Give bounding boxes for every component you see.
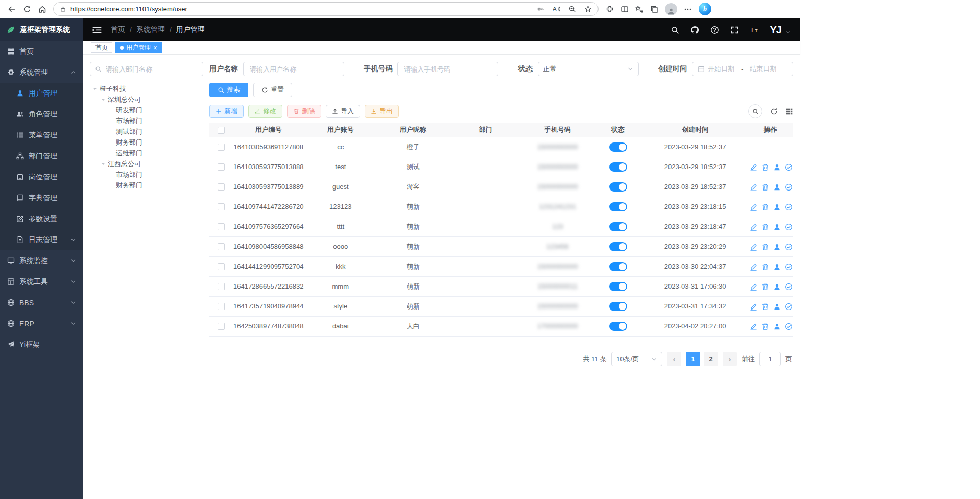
sidebar-item-param-settings[interactable]: 参数设置	[0, 208, 83, 229]
tag-home[interactable]: 首页	[91, 42, 112, 53]
browser-refresh-button[interactable]	[19, 2, 35, 17]
reset-password-icon[interactable]	[773, 303, 781, 311]
tree-node[interactable]: 江西总公司	[90, 158, 203, 169]
status-toggle[interactable]	[609, 302, 627, 311]
department-search-input[interactable]	[105, 65, 198, 74]
tag-close-icon[interactable]: ×	[153, 44, 157, 51]
sidebar-item-role-management[interactable]: 角色管理	[0, 104, 83, 125]
delete-row-icon[interactable]	[761, 303, 769, 311]
caret-expanded-icon[interactable]	[100, 161, 106, 167]
reset-button[interactable]: 重置	[253, 83, 292, 97]
copilot-icon[interactable]: b	[699, 3, 711, 15]
row-checkbox[interactable]	[218, 144, 225, 151]
status-toggle[interactable]	[609, 282, 627, 291]
delete-row-icon[interactable]	[761, 223, 769, 231]
delete-row-icon[interactable]	[761, 183, 769, 191]
breadcrumb-item[interactable]: 系统管理	[136, 25, 165, 34]
edit-row-icon[interactable]	[750, 323, 757, 330]
reset-password-icon[interactable]	[773, 163, 781, 171]
help-icon[interactable]	[710, 26, 719, 34]
delete-row-icon[interactable]	[761, 263, 769, 271]
show-search-button[interactable]	[748, 104, 762, 118]
tree-node[interactable]: 橙子科技	[90, 83, 203, 94]
column-settings-icon[interactable]	[785, 108, 793, 115]
status-toggle[interactable]	[609, 222, 627, 231]
reset-password-icon[interactable]	[773, 203, 781, 211]
assign-role-icon[interactable]	[785, 183, 793, 191]
sidebar-item-system-tools[interactable]: 系统工具	[0, 271, 83, 292]
row-checkbox[interactable]	[218, 303, 225, 310]
assign-role-icon[interactable]	[785, 243, 793, 251]
reset-password-icon[interactable]	[773, 243, 781, 251]
user-menu-caret-icon[interactable]	[785, 30, 791, 35]
header-checkbox[interactable]	[218, 127, 225, 134]
assign-role-icon[interactable]	[785, 323, 793, 330]
collections-icon[interactable]	[650, 5, 658, 13]
caret-expanded-icon[interactable]	[100, 97, 106, 103]
sidebar-item-dict-management[interactable]: 字典管理	[0, 187, 83, 208]
assign-role-icon[interactable]	[785, 203, 793, 211]
profile-avatar[interactable]	[665, 3, 677, 15]
status-toggle[interactable]	[609, 322, 627, 331]
page-button-2[interactable]: 2	[704, 352, 718, 366]
export-button[interactable]: 导出	[365, 105, 399, 118]
tree-node[interactable]: 市场部门	[90, 169, 203, 180]
delete-button[interactable]: 删除	[287, 105, 321, 118]
next-page-button[interactable]: ›	[723, 352, 737, 366]
status-toggle[interactable]	[609, 262, 627, 271]
row-checkbox[interactable]	[218, 283, 225, 290]
sidebar-item-menu-management[interactable]: 菜单管理	[0, 125, 83, 146]
prev-page-button[interactable]: ‹	[667, 352, 681, 366]
status-toggle[interactable]	[609, 202, 627, 211]
sidebar-item-system-monitor[interactable]: 系统监控	[0, 250, 83, 271]
sidebar-item-dept-management[interactable]: 部门管理	[0, 146, 83, 167]
breadcrumb-item[interactable]: 首页	[111, 25, 125, 34]
sidebar-item-log-management[interactable]: 日志管理	[0, 229, 83, 250]
collapse-sidebar-icon[interactable]	[92, 26, 102, 34]
row-checkbox[interactable]	[218, 163, 225, 171]
split-screen-icon[interactable]	[620, 5, 629, 13]
edit-row-icon[interactable]	[750, 303, 757, 311]
reset-password-icon[interactable]	[773, 283, 781, 291]
edit-row-icon[interactable]	[750, 163, 757, 171]
tag-user-management[interactable]: 用户管理×	[115, 42, 162, 53]
page-size-select[interactable]: 10条/页	[611, 352, 662, 366]
status-toggle[interactable]	[609, 162, 627, 172]
breadcrumb-item[interactable]: 用户管理	[176, 25, 205, 34]
tree-node[interactable]: 财务部门	[90, 137, 203, 148]
user-logo[interactable]: YJ	[770, 24, 781, 36]
page-button-1[interactable]: 1	[686, 352, 700, 366]
reset-password-icon[interactable]	[773, 263, 781, 271]
github-icon[interactable]	[690, 26, 699, 34]
delete-row-icon[interactable]	[761, 203, 769, 211]
favorites-icon[interactable]	[635, 5, 643, 13]
assign-role-icon[interactable]	[785, 303, 793, 311]
search-button[interactable]: 搜索	[209, 83, 248, 97]
delete-row-icon[interactable]	[761, 283, 769, 291]
caret-expanded-icon[interactable]	[92, 86, 98, 92]
delete-row-icon[interactable]	[761, 163, 769, 171]
row-checkbox[interactable]	[218, 223, 225, 230]
tree-node[interactable]: 深圳总公司	[90, 94, 203, 105]
edit-row-icon[interactable]	[750, 203, 757, 211]
sidebar-item-post-management[interactable]: 岗位管理	[0, 167, 83, 187]
url-text[interactable]: https://ccnetcore.com:1101/system/user	[70, 5, 187, 13]
assign-role-icon[interactable]	[785, 263, 793, 271]
extensions-icon[interactable]	[606, 5, 614, 13]
search-icon[interactable]	[671, 26, 679, 34]
reset-password-icon[interactable]	[773, 323, 781, 330]
import-button[interactable]: 导入	[326, 105, 360, 118]
sidebar-item-home[interactable]: 首页	[0, 41, 83, 62]
status-toggle[interactable]	[609, 182, 627, 192]
tree-node[interactable]: 财务部门	[90, 180, 203, 191]
edit-row-icon[interactable]	[750, 223, 757, 231]
sidebar-item-user-management[interactable]: 用户管理	[0, 83, 83, 104]
font-size-icon[interactable]: TT	[750, 26, 759, 34]
status-select[interactable]: 正常	[538, 62, 639, 76]
reset-password-icon[interactable]	[773, 183, 781, 191]
status-toggle[interactable]	[609, 242, 627, 251]
tree-node[interactable]: 市场部门	[90, 115, 203, 126]
refresh-table-icon[interactable]	[770, 108, 778, 115]
tree-node[interactable]: 测试部门	[90, 126, 203, 137]
tree-node[interactable]: 运维部门	[90, 148, 203, 158]
